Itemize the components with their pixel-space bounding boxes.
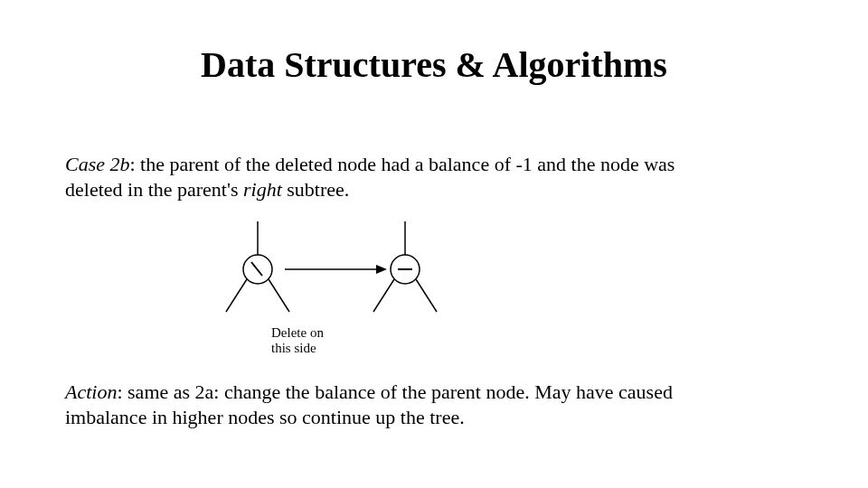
- right-node-right-child: [416, 279, 437, 312]
- left-node-right-child: [269, 279, 289, 312]
- caption-line-1: Delete on: [271, 325, 324, 340]
- action-description: Action: same as 2a: change the balance o…: [65, 380, 752, 429]
- case-text-b: subtree.: [282, 178, 350, 201]
- case-label: Case 2b: [65, 153, 130, 175]
- action-label: Action: [65, 380, 117, 403]
- left-node-left-child: [226, 279, 247, 312]
- slide: Data Structures & Algorithms Case 2b: th…: [0, 0, 868, 488]
- diagram-caption: Delete on this side: [271, 325, 324, 357]
- case-text-a: : the parent of the deleted node had a b…: [65, 153, 675, 201]
- case-right-word: right: [243, 178, 282, 201]
- caption-line-2: this side: [271, 341, 316, 355]
- right-node-left-child: [373, 279, 394, 312]
- action-text: : same as 2a: change the balance of the …: [65, 380, 673, 428]
- case-description: Case 2b: the parent of the deleted node …: [65, 152, 716, 202]
- tree-diagram: [217, 217, 452, 343]
- diagram-svg: [217, 217, 452, 343]
- page-title: Data Structures & Algorithms: [0, 43, 868, 86]
- transition-arrow-head: [376, 265, 387, 274]
